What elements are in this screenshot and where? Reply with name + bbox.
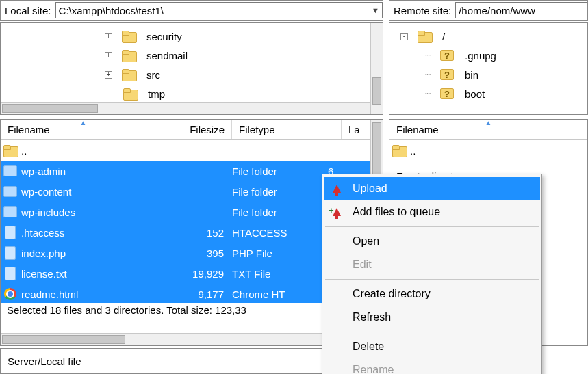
folder-icon (3, 165, 17, 176)
col-filesize[interactable]: Filesize (166, 120, 232, 139)
menu-separator (325, 279, 539, 280)
col-remote-filename[interactable]: ▲ Filename (389, 120, 587, 139)
local-path-value: C:\xampp\htdocs\test1\ (59, 5, 164, 16)
expand-toggle[interactable]: + (105, 33, 112, 40)
local-tree-hscroll[interactable] (1, 102, 370, 114)
local-tree-vscroll[interactable] (370, 23, 383, 114)
tree-item[interactable]: +security (6, 27, 380, 46)
menu-item-label: Refresh (353, 311, 391, 323)
menu-item-rename: Rename (324, 358, 540, 374)
menu-item-refresh[interactable]: Refresh (324, 306, 540, 329)
menu-item-label: Delete (353, 340, 384, 353)
list-item[interactable]: .. (389, 140, 587, 161)
menu-item-create-directory[interactable]: Create directory (324, 282, 540, 306)
folder-icon (392, 145, 406, 156)
context-menu: UploadAdd files to queueOpenEditCreate d… (322, 174, 542, 374)
local-path-combo[interactable]: C:\xampp\htdocs\test1\ ▼ (55, 2, 383, 18)
parent-dir: .. (409, 145, 555, 157)
expand-toggle[interactable]: - (400, 33, 408, 40)
file-type: File folder (232, 165, 328, 177)
file-icon (5, 267, 16, 280)
table-row[interactable]: wp-contentFile folder (1, 181, 370, 202)
sort-asc-icon: ▲ (485, 119, 492, 126)
file-type: File folder (232, 186, 328, 198)
file-name: index.php (20, 248, 166, 259)
table-row[interactable]: index.php395PHP File (1, 243, 370, 263)
tree-item-label: sendmail (146, 50, 188, 62)
unknown-folder-icon: ? (440, 88, 454, 99)
menu-item-label: Add files to queue (353, 206, 440, 218)
remote-tree-pane: -/┈?.gnupg┈?bin┈?boot (389, 22, 588, 115)
file-name: wp-content (20, 186, 166, 198)
col-filename[interactable]: ▲ Filename (1, 120, 166, 139)
menu-separator (325, 226, 539, 227)
expand-toggle[interactable]: + (105, 71, 112, 79)
file-icon (5, 246, 16, 260)
tree-item[interactable]: -/ (395, 27, 585, 46)
folder-icon (3, 206, 17, 217)
table-row[interactable]: license.txt19,929TXT File (1, 263, 370, 284)
file-type: HTACCESS (232, 227, 328, 239)
folder-icon (123, 88, 137, 99)
folder-icon (3, 145, 17, 156)
file-size: 152 (166, 227, 232, 239)
queue-col-server-local: Server/Local file (8, 356, 81, 367)
file-type: TXT File (232, 268, 328, 280)
menu-item-delete[interactable]: Delete (324, 335, 540, 358)
tree-item[interactable]: +sendmail (6, 46, 380, 65)
tree-item[interactable]: ┈?boot (395, 84, 585, 103)
expand-toggle[interactable]: + (105, 52, 112, 59)
file-name: .. (20, 145, 166, 157)
tree-item-label: boot (465, 88, 485, 100)
remote-path-combo[interactable]: /home/nom/www (455, 2, 587, 18)
col-filetype[interactable]: Filetype (232, 120, 342, 139)
table-row[interactable]: wp-includesFile folder (1, 202, 370, 222)
file-name: license.txt (20, 268, 166, 280)
chrome-icon (4, 288, 16, 300)
table-row[interactable]: wp-adminFile folder6 (1, 161, 370, 181)
tree-item[interactable]: +src (6, 65, 380, 84)
tree-item-label: .gnupg (465, 50, 496, 62)
folder-icon (418, 31, 431, 42)
file-size: 395 (166, 248, 232, 259)
menu-item-label: Edit (353, 258, 372, 271)
menu-item-upload[interactable]: Upload (324, 177, 540, 200)
table-row[interactable]: .htaccess152HTACCESS (1, 222, 370, 243)
upload-icon (333, 185, 341, 193)
chevron-down-icon: ▼ (372, 6, 379, 14)
tree-item[interactable]: ┈?.gnupg (395, 46, 585, 65)
file-size: 9,177 (166, 289, 232, 300)
sort-asc-icon: ▲ (80, 119, 87, 126)
menu-separator (325, 332, 539, 332)
unknown-folder-icon: ? (440, 69, 454, 80)
tree-item[interactable]: tmp (6, 84, 380, 103)
tree-item-label: src (146, 69, 160, 81)
menu-item-label: Rename (353, 364, 394, 374)
remote-site-bar: Remote site: /home/nom/www (389, 0, 588, 21)
folder-icon (122, 31, 136, 42)
local-tree-pane: +security+sendmail+srctmp (0, 22, 383, 115)
remote-path-value: /home/nom/www (459, 5, 535, 16)
table-row[interactable]: .. (1, 140, 370, 161)
file-size: 19,929 (166, 268, 232, 280)
table-row[interactable]: readme.html9,177Chrome HT (1, 284, 370, 304)
tree-item-label: tmp (148, 88, 165, 100)
menu-item-add-files-to-queue[interactable]: Add files to queue (324, 200, 540, 224)
tree-item-label: security (146, 31, 182, 42)
menu-item-open[interactable]: Open (324, 230, 540, 253)
menu-item-label: Open (353, 235, 379, 248)
folder-icon (122, 50, 136, 61)
local-list-hscroll[interactable] (1, 333, 370, 345)
menu-item-edit: Edit (324, 253, 540, 276)
file-type: File folder (232, 206, 328, 218)
folder-icon (3, 186, 17, 197)
unknown-folder-icon: ? (440, 50, 454, 61)
file-name: wp-includes (20, 206, 166, 218)
file-name: wp-admin (20, 165, 166, 177)
file-type: Chrome HT (232, 289, 328, 300)
tree-item[interactable]: ┈?bin (395, 65, 585, 84)
local-site-label: Local site: (5, 5, 51, 16)
file-name: readme.html (20, 289, 166, 300)
folder-icon (122, 69, 136, 80)
tree-item-label: bin (465, 69, 478, 81)
